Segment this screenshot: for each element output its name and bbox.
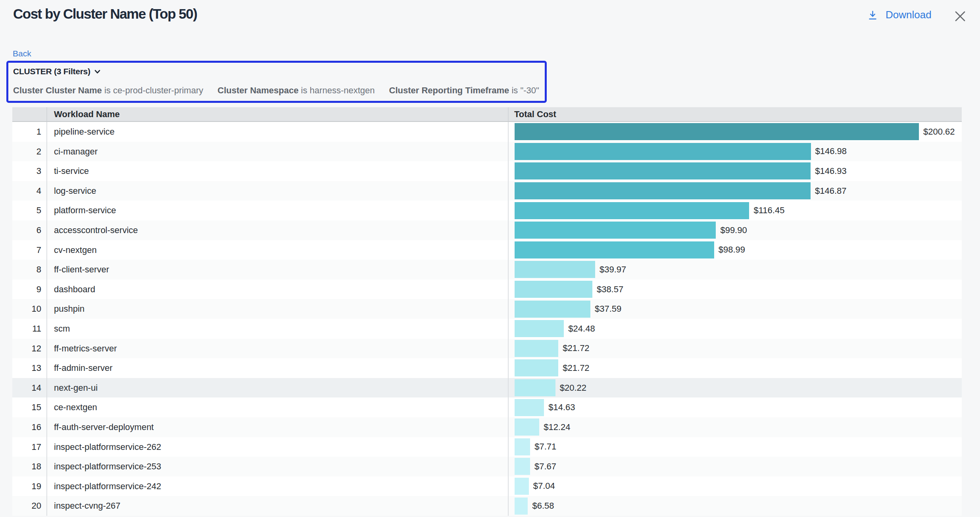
- table-row[interactable]: 5platform-service$116.45: [12, 201, 962, 220]
- row-rank: 12: [12, 339, 41, 359]
- row-rank: 19: [12, 476, 41, 496]
- column-divider: [46, 107, 47, 121]
- table-row[interactable]: 1pipeline-service$200.62: [12, 122, 962, 142]
- row-rank: 16: [12, 417, 41, 437]
- table-row[interactable]: 13ff-admin-server$21.72: [12, 358, 962, 378]
- cost-value-label: $146.87: [815, 186, 847, 196]
- total-cost-cell: $146.87: [515, 181, 962, 201]
- cost-value-label: $14.63: [548, 402, 575, 413]
- total-cost-cell: $24.48: [515, 319, 962, 339]
- cost-bar: [515, 143, 811, 160]
- table-row[interactable]: 4log-service$146.87: [12, 181, 962, 201]
- filter-item: Cluster Reporting Timeframe is "-30": [389, 85, 539, 96]
- workload-name: inspect-cvng-267: [54, 496, 121, 516]
- total-cost-cell: $20.22: [515, 378, 962, 398]
- table-row[interactable]: 10pushpin$37.59: [12, 299, 962, 319]
- cost-bar: [515, 478, 529, 495]
- cost-value-label: $98.99: [719, 245, 745, 255]
- cost-bar: [515, 320, 564, 337]
- workload-name: accesscontrol-service: [54, 220, 138, 240]
- cost-bar: [515, 379, 555, 396]
- cost-bar: [515, 182, 811, 199]
- row-rank: 6: [12, 220, 41, 240]
- cost-bar: [515, 340, 558, 357]
- table-row[interactable]: 14next-gen-ui$20.22: [12, 378, 962, 398]
- download-label: Download: [886, 10, 932, 20]
- workload-name: inspect-platformservice-262: [54, 437, 161, 457]
- filter-group-toggle[interactable]: CLUSTER (3 Filters): [13, 67, 100, 76]
- back-link[interactable]: Back: [13, 49, 31, 58]
- download-button[interactable]: Download: [869, 10, 932, 20]
- total-cost-cell: $38.57: [515, 280, 962, 299]
- table-row[interactable]: 7cv-nextgen$98.99: [12, 240, 962, 260]
- workload-name: next-gen-ui: [54, 378, 98, 398]
- total-cost-cell: $21.72: [515, 339, 962, 359]
- column-header-total-cost[interactable]: Total Cost: [514, 107, 556, 121]
- workload-name: ce-nextgen: [54, 397, 97, 417]
- table-row[interactable]: 2ci-manager$146.98: [12, 142, 962, 162]
- row-rank: 2: [12, 142, 41, 162]
- table-row[interactable]: 3ti-service$146.93: [12, 161, 962, 181]
- cost-bar: [515, 202, 749, 219]
- total-cost-cell: $7.67: [515, 457, 962, 476]
- table-row[interactable]: 20inspect-cvng-267$6.58: [12, 496, 962, 516]
- workload-name: ff-admin-server: [54, 358, 113, 378]
- row-rank: 5: [12, 201, 41, 220]
- filter-field-name: Cluster Namespace: [217, 85, 298, 95]
- total-cost-cell: $146.93: [515, 161, 962, 181]
- row-rank: 8: [12, 260, 41, 280]
- total-cost-cell: $200.62: [515, 122, 962, 142]
- filter-condition: is "-30": [511, 85, 539, 95]
- cost-value-label: $7.04: [533, 481, 555, 491]
- row-rank: 10: [12, 299, 41, 319]
- table-row[interactable]: 8ff-client-server$39.97: [12, 260, 962, 280]
- column-divider: [46, 122, 47, 516]
- workload-name: ff-client-server: [54, 260, 109, 280]
- cost-bar: [515, 301, 590, 318]
- filter-item: Cluster Namespace is harness-nextgen: [217, 85, 375, 96]
- filter-condition: is ce-prod-cluster-primary: [104, 85, 203, 95]
- cost-value-label: $21.72: [563, 363, 589, 373]
- row-rank: 11: [12, 319, 41, 339]
- column-divider: [508, 107, 509, 121]
- workload-name: dashboard: [54, 280, 95, 299]
- total-cost-cell: $14.63: [515, 397, 962, 417]
- cost-value-label: $37.59: [595, 304, 621, 314]
- total-cost-cell: $7.71: [515, 437, 962, 457]
- workload-name: pipeline-service: [54, 122, 115, 142]
- row-rank: 20: [12, 496, 41, 516]
- table-row[interactable]: 9dashboard$38.57: [12, 280, 962, 299]
- cost-bar: [515, 438, 530, 455]
- cost-table: Workload Name Total Cost 1pipeline-servi…: [12, 107, 962, 516]
- cost-value-label: $7.67: [534, 461, 556, 472]
- cost-bar: [515, 261, 595, 278]
- table-header-row: Workload Name Total Cost: [12, 107, 962, 122]
- table-row[interactable]: 6accesscontrol-service$99.90: [12, 220, 962, 240]
- workload-name: log-service: [54, 181, 96, 201]
- column-header-workload-name[interactable]: Workload Name: [54, 107, 120, 121]
- total-cost-cell: $37.59: [515, 299, 962, 319]
- filter-group-label: CLUSTER (3 Filters): [13, 67, 90, 76]
- table-row[interactable]: 12ff-metrics-server$21.72: [12, 339, 962, 359]
- close-icon[interactable]: [955, 11, 963, 19]
- table-row[interactable]: 17inspect-platformservice-262$7.71: [12, 437, 962, 457]
- table-row[interactable]: 18inspect-platformservice-253$7.67: [12, 457, 962, 476]
- total-cost-cell: $146.98: [515, 142, 962, 162]
- page-title: Cost by Cluster Name (Top 50): [13, 7, 197, 21]
- cost-value-label: $20.22: [560, 383, 586, 393]
- row-rank: 9: [12, 280, 41, 299]
- table-row[interactable]: 11scm$24.48: [12, 319, 962, 339]
- cost-value-label: $7.71: [534, 442, 556, 452]
- table-row[interactable]: 15ce-nextgen$14.63: [12, 397, 962, 417]
- table-row[interactable]: 19inspect-platformservice-242$7.04: [12, 476, 962, 496]
- filter-field-name: Cluster Cluster Name: [13, 85, 102, 95]
- cost-bar: [515, 458, 530, 475]
- workload-name: inspect-platformservice-242: [54, 476, 161, 496]
- cost-value-label: $146.93: [815, 166, 847, 176]
- cost-value-label: $24.48: [568, 324, 595, 334]
- total-cost-cell: $21.72: [515, 358, 962, 378]
- workload-name: inspect-platformservice-253: [54, 457, 161, 476]
- workload-name: scm: [54, 319, 70, 339]
- chevron-down-icon: [94, 69, 100, 74]
- table-row[interactable]: 16ff-auth-server-deployment$12.24: [12, 417, 962, 437]
